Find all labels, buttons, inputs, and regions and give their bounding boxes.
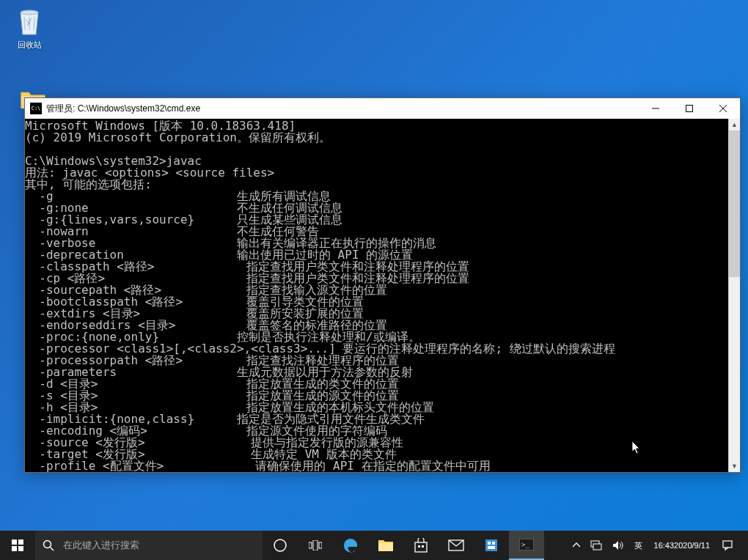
cmd-window: C:\ 管理员: C:\Windows\system32\cmd.exe Mic… [24, 97, 741, 473]
explorer-button[interactable] [368, 531, 403, 560]
svg-point-9 [44, 541, 51, 548]
store-button[interactable] [403, 531, 439, 560]
svg-rect-7 [12, 546, 17, 551]
svg-rect-18 [422, 545, 424, 548]
cmd-taskbar-button[interactable]: >_ [509, 531, 544, 560]
system-tray: 英 16:43 2020/9/11 [570, 531, 748, 560]
recycle-bin-label: 回收站 [7, 40, 51, 51]
search-placeholder: 在此键入进行搜索 [63, 539, 139, 552]
tray-overflow[interactable] [570, 531, 583, 560]
titlebar[interactable]: C:\ 管理员: C:\Windows\system32\cmd.exe [25, 98, 740, 119]
scroll-thumb[interactable] [729, 130, 740, 277]
maximize-button[interactable] [672, 98, 706, 119]
clock[interactable]: 16:43 2020/9/11 [650, 531, 714, 560]
svg-point-0 [21, 10, 38, 15]
search-icon [43, 539, 54, 551]
svg-rect-12 [309, 542, 312, 548]
task-view-button[interactable] [298, 531, 333, 560]
svg-rect-22 [492, 542, 495, 545]
svg-rect-13 [313, 540, 318, 550]
terminal[interactable]: Microsoft Windows [版本 10.0.18363.418] (c… [25, 119, 740, 472]
cmd-icon: C:\ [30, 103, 42, 114]
svg-rect-16 [415, 542, 427, 552]
app-button[interactable] [474, 531, 509, 560]
svg-rect-27 [593, 544, 601, 550]
svg-rect-6 [18, 539, 23, 545]
taskbar-apps: >_ [263, 531, 544, 560]
svg-rect-28 [723, 541, 732, 548]
scroll-down-button[interactable]: ▼ [729, 460, 740, 472]
mail-button[interactable] [439, 531, 474, 560]
volume-icon[interactable] [609, 531, 627, 560]
ime-indicator[interactable]: 英 [631, 531, 645, 560]
windows-icon [12, 539, 23, 551]
svg-rect-21 [488, 542, 491, 545]
clock-date: 2020/9/11 [674, 540, 710, 550]
svg-rect-17 [418, 545, 420, 548]
window-title: 管理员: C:\Windows\system32\cmd.exe [46, 103, 639, 115]
svg-rect-5 [12, 539, 17, 545]
edge-button[interactable] [333, 531, 368, 560]
recycle-bin-icon[interactable]: 回收站 [7, 6, 51, 51]
terminal-output: Microsoft Windows [版本 10.0.18363.418] (c… [25, 119, 728, 472]
minimize-button[interactable] [639, 98, 672, 119]
recycle-bin-glyph [17, 7, 42, 36]
svg-text:>_: >_ [521, 541, 529, 548]
svg-rect-8 [18, 546, 23, 551]
svg-rect-15 [378, 543, 393, 551]
taskbar: 在此键入进行搜索 >_ [0, 531, 748, 560]
cortana-button[interactable] [263, 531, 298, 560]
scroll-up-button[interactable]: ▲ [729, 119, 740, 130]
notifications-button[interactable] [719, 531, 736, 560]
svg-point-11 [274, 539, 286, 551]
start-button[interactable] [0, 531, 35, 560]
network-icon[interactable] [587, 531, 605, 560]
svg-line-10 [51, 548, 54, 551]
scrollbar[interactable]: ▲ ▼ [728, 119, 740, 472]
svg-rect-14 [319, 542, 322, 548]
svg-rect-2 [686, 106, 693, 112]
close-button[interactable] [706, 98, 740, 119]
clock-time: 16:43 [654, 540, 675, 550]
svg-rect-20 [485, 539, 497, 551]
svg-rect-23 [488, 546, 495, 549]
search-box[interactable]: 在此键入进行搜索 [35, 531, 263, 560]
